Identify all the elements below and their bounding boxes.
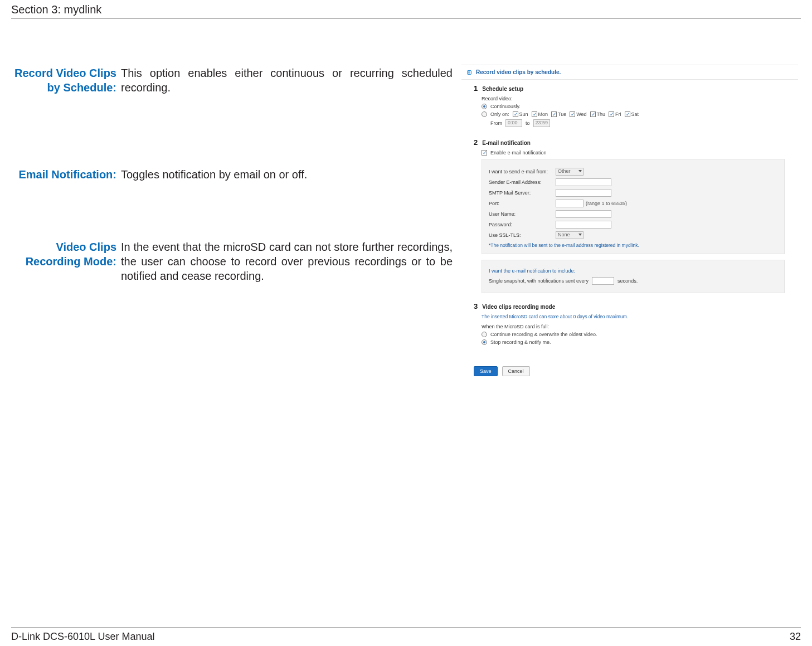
day-label: Sun bbox=[519, 111, 528, 117]
footer-page-number: 32 bbox=[790, 631, 801, 643]
smtp-label: SMTP Mail Server: bbox=[489, 190, 556, 196]
enable-email-label: Enable e-mail notification bbox=[490, 150, 547, 156]
username-label: User Name: bbox=[489, 211, 556, 217]
chevron-down-icon bbox=[578, 234, 582, 236]
footer-manual-name: D-Link DCS-6010L User Manual bbox=[11, 631, 154, 643]
day-label: Sat bbox=[631, 111, 639, 117]
radio-continuously[interactable] bbox=[482, 104, 487, 109]
ssl-label: Use SSL-TLS: bbox=[489, 232, 556, 238]
recording-mode-section: 3 Video clips recording mode The inserte… bbox=[461, 302, 798, 356]
day-label: Mon bbox=[538, 111, 548, 117]
radio-stop-notify-label: Stop recording & notify me. bbox=[490, 339, 551, 345]
definition-body: Toggles notification by email on or off. bbox=[120, 167, 453, 182]
section-title: Video clips recording mode bbox=[482, 304, 555, 310]
day-label: Tue bbox=[558, 111, 566, 117]
record-icon bbox=[467, 70, 471, 75]
button-row: Save Cancel bbox=[474, 366, 798, 376]
radio-only-on-label: Only on: bbox=[490, 111, 509, 117]
section-title: E-mail notification bbox=[482, 140, 531, 146]
port-label: Port: bbox=[489, 201, 556, 206]
radio-only-on[interactable] bbox=[482, 111, 487, 117]
schedule-setup-section: 1 Schedule setup Record video: Continuou… bbox=[461, 80, 798, 138]
checkbox-tue[interactable] bbox=[551, 111, 557, 117]
password-label: Password: bbox=[489, 222, 556, 227]
definition-row: Record Video Clips by Schedule: This opt… bbox=[11, 66, 453, 95]
sender-input[interactable] bbox=[556, 178, 611, 186]
snapshot-interval-input[interactable] bbox=[592, 277, 614, 285]
day-label: Thu bbox=[597, 111, 606, 117]
definition-label: Video Clips Recording Mode: bbox=[11, 240, 120, 269]
page-section-header: Section 3: mydlink bbox=[11, 3, 801, 18]
port-input[interactable] bbox=[556, 200, 584, 207]
include-label: I want the e-mail notification to includ… bbox=[489, 268, 777, 274]
radio-continuously-label: Continuously. bbox=[490, 104, 521, 109]
checkbox-sun[interactable] bbox=[513, 111, 518, 117]
snapshot-label-a: Single snapshot, with notifications sent… bbox=[489, 278, 589, 284]
from-label: From bbox=[490, 120, 502, 126]
definition-body: This option enables either continuous or… bbox=[120, 66, 453, 95]
cancel-button[interactable]: Cancel bbox=[502, 366, 530, 376]
definitions-table: Record Video Clips by Schedule: This opt… bbox=[11, 66, 453, 283]
checkbox-thu[interactable] bbox=[590, 111, 596, 117]
username-input[interactable] bbox=[556, 210, 611, 218]
section-title: Schedule setup bbox=[482, 86, 523, 92]
panel-title-row: Record video clips by schedule. bbox=[461, 65, 798, 80]
send-from-select[interactable]: Other bbox=[556, 168, 584, 176]
day-label: Fri bbox=[615, 111, 621, 117]
when-full-label: When the MicroSD card is full: bbox=[482, 324, 798, 329]
header-rule bbox=[11, 18, 801, 18]
email-form-panel: I want to send e-mail from: Other Sender… bbox=[482, 159, 785, 254]
to-label: to bbox=[526, 120, 530, 126]
definition-row: Video Clips Recording Mode: In the event… bbox=[11, 240, 453, 283]
section-number: 3 bbox=[474, 302, 478, 310]
password-input[interactable] bbox=[556, 221, 611, 229]
checkbox-mon[interactable] bbox=[532, 111, 537, 117]
radio-stop-notify[interactable] bbox=[482, 339, 487, 345]
panel-title: Record video clips by schedule. bbox=[476, 69, 561, 75]
radio-overwrite-label: Continue recording & overwrite the oldes… bbox=[490, 332, 597, 337]
smtp-input[interactable] bbox=[556, 189, 611, 197]
sender-label: Sender E-mail Address: bbox=[489, 179, 556, 185]
definition-row: Email Notification: Toggles notification… bbox=[11, 167, 453, 182]
chevron-down-icon bbox=[578, 170, 582, 172]
save-button[interactable]: Save bbox=[474, 366, 498, 376]
record-video-label: Record video: bbox=[482, 96, 798, 101]
email-note: *The notification will be sent to the e-… bbox=[489, 242, 777, 248]
settings-panel: Record video clips by schedule. 1 Schedu… bbox=[461, 65, 798, 376]
definition-label: Email Notification: bbox=[11, 167, 120, 182]
checkbox-wed[interactable] bbox=[570, 111, 575, 117]
snapshot-label-b: seconds. bbox=[617, 278, 638, 284]
send-from-label: I want to send e-mail from: bbox=[489, 169, 556, 174]
email-include-panel: I want the e-mail notification to includ… bbox=[482, 260, 785, 293]
radio-overwrite[interactable] bbox=[482, 332, 487, 337]
time-from-input[interactable]: 0:00 bbox=[505, 119, 522, 127]
port-hint: (range 1 to 65535) bbox=[586, 201, 627, 206]
day-label: Wed bbox=[576, 111, 586, 117]
footer-rule bbox=[11, 628, 801, 628]
time-to-input[interactable]: 23:59 bbox=[533, 119, 550, 127]
checkbox-fri[interactable] bbox=[609, 111, 614, 117]
definition-label: Record Video Clips by Schedule: bbox=[11, 66, 120, 95]
checkbox-enable-email[interactable] bbox=[482, 150, 487, 156]
checkbox-sat[interactable] bbox=[625, 111, 630, 117]
definition-body: In the event that the microSD card can n… bbox=[120, 240, 453, 283]
email-notification-section: 2 E-mail notification Enable e-mail noti… bbox=[461, 138, 798, 302]
section-number: 1 bbox=[474, 84, 478, 93]
sd-capacity-note: The inserted MicroSD card can store abou… bbox=[482, 314, 798, 319]
ssl-select[interactable]: None bbox=[556, 231, 584, 239]
section-number: 2 bbox=[474, 138, 478, 147]
